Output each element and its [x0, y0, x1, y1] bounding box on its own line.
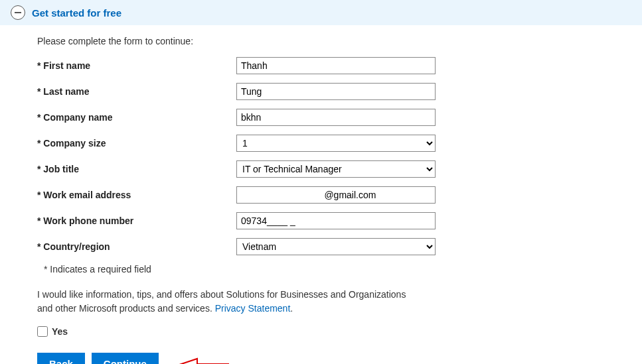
job-title-select[interactable]: IT or Technical Manager: [236, 160, 436, 178]
first-name-input[interactable]: [236, 57, 436, 74]
button-row: Back Continue: [37, 353, 605, 364]
label-last-name: * Last name: [37, 86, 236, 97]
continue-button[interactable]: Continue: [92, 353, 159, 364]
work-email-input[interactable]: [236, 186, 436, 204]
label-work-email: * Work email address: [37, 190, 236, 200]
consent-checkbox-label: Yes: [52, 326, 68, 337]
form-instruction: Please complete the form to continue:: [37, 36, 605, 46]
label-job-title: * Job title: [37, 164, 236, 174]
country-select[interactable]: Vietnam: [236, 238, 436, 255]
row-company-size: * Company size 1: [37, 135, 605, 152]
work-phone-input[interactable]: [236, 212, 436, 229]
row-country: * Country/region Vietnam: [37, 238, 605, 255]
label-country: * Country/region: [37, 241, 236, 252]
arrow-annotation-icon: [177, 354, 230, 365]
header-title: Get started for free: [32, 7, 121, 19]
company-name-input[interactable]: [236, 109, 436, 126]
consent-checkbox[interactable]: [37, 326, 48, 337]
consent-text: I would like information, tips, and offe…: [37, 288, 409, 316]
form-content: Please complete the form to continue: * …: [0, 25, 642, 364]
label-first-name: * First name: [37, 60, 236, 71]
row-last-name: * Last name: [37, 83, 605, 100]
row-company-name: * Company name: [37, 109, 605, 126]
row-work-phone: * Work phone number: [37, 212, 605, 229]
header-bar: Get started for free: [0, 0, 642, 25]
label-work-phone: * Work phone number: [37, 215, 236, 226]
label-company-name: * Company name: [37, 112, 236, 123]
collapse-icon[interactable]: [11, 5, 25, 20]
row-job-title: * Job title IT or Technical Manager: [37, 160, 605, 178]
privacy-link[interactable]: Privacy Statement: [215, 303, 291, 314]
consent-checkbox-row: Yes: [37, 326, 605, 337]
required-note: * Indicates a required field: [44, 264, 605, 274]
row-first-name: * First name: [37, 57, 605, 74]
consent-period: .: [290, 303, 293, 314]
last-name-input[interactable]: [236, 83, 436, 100]
back-button[interactable]: Back: [37, 353, 85, 364]
label-company-size: * Company size: [37, 138, 236, 149]
row-work-email: * Work email address: [37, 186, 605, 204]
svg-marker-1: [181, 359, 197, 365]
company-size-select[interactable]: 1: [236, 135, 436, 152]
